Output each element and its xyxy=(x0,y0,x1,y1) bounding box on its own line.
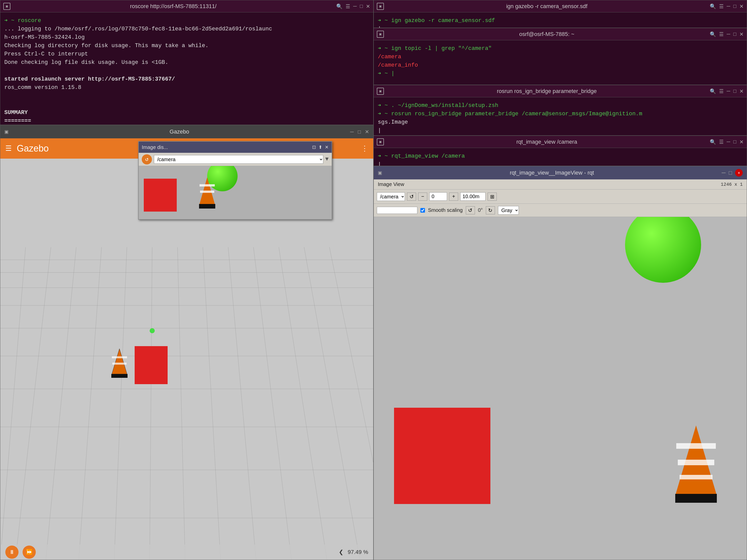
menu-icon[interactable]: ☰ xyxy=(345,3,350,9)
rqt-titlebar-controls[interactable]: ─ □ ✕ xyxy=(722,169,743,177)
rqt-zoom-out-btn[interactable]: − xyxy=(418,193,427,201)
svg-line-10 xyxy=(0,247,26,560)
menu-icon4[interactable]: ☰ xyxy=(719,88,724,94)
panel-expand-icon[interactable]: ⊡ xyxy=(312,144,316,150)
search-icon4[interactable]: 🔍 xyxy=(710,88,716,94)
svg-line-22 xyxy=(329,247,373,462)
gazebo-window-controls[interactable]: ─ □ ✕ xyxy=(350,129,369,135)
rqt-color-mode-select[interactable]: Gray xyxy=(498,206,519,215)
gazebo-titlebar: ▣ Gazebo ─ □ ✕ xyxy=(0,125,373,138)
terminal-icon4: ▣ xyxy=(377,88,384,95)
svg-rect-35 xyxy=(200,184,215,186)
terminal-ign-topic-controls[interactable]: 🔍 ☰ ─ □ ✕ xyxy=(710,31,744,37)
minimize-btn2[interactable]: ─ xyxy=(727,3,730,9)
svg-rect-30 xyxy=(676,443,716,449)
svg-rect-36 xyxy=(200,191,214,193)
panel-image-area xyxy=(139,166,332,219)
gazebo-app-title: Gazebo xyxy=(17,143,49,154)
maximize-btn[interactable]: □ xyxy=(360,3,363,9)
svg-rect-27 xyxy=(112,363,127,365)
terminal-roscore-controls[interactable]: 🔍 ☰ ─ □ ✕ xyxy=(336,3,370,9)
close-btn5[interactable]: ✕ xyxy=(739,139,744,145)
gazebo-maximize-btn[interactable]: □ xyxy=(358,129,361,135)
rqt-zoom-input[interactable] xyxy=(429,192,447,201)
svg-rect-32 xyxy=(679,475,713,479)
terminal-rqt-controls[interactable]: 🔍 ☰ ─ □ ✕ xyxy=(710,139,744,145)
close-btn4[interactable]: ✕ xyxy=(739,88,744,94)
rqt-fit-btn[interactable]: ⊞ xyxy=(488,193,497,201)
more-vert-icon[interactable]: ⋮ xyxy=(361,144,368,153)
terminal-ign-gazebo-controls[interactable]: 🔍 ☰ ─ □ ✕ xyxy=(710,3,744,9)
terminal-bridge: ▣ rosrun ros_ign_bridge parameter_bridge… xyxy=(374,85,747,136)
minimize-btn5[interactable]: ─ xyxy=(727,139,730,145)
rqt-titlebar: ▣ rqt_image_view__ImageView - rqt ─ □ ✕ xyxy=(374,166,747,179)
hamburger-icon[interactable]: ☰ xyxy=(5,144,12,153)
rqt-rotation-label: 0° xyxy=(478,207,483,213)
gazebo-minimize-btn[interactable]: ─ xyxy=(350,129,354,135)
svg-marker-24 xyxy=(112,349,127,374)
terminal-bridge-titlebar: ▣ rosrun ros_ign_bridge parameter_bridge… xyxy=(374,85,747,97)
minimize-btn3[interactable]: ─ xyxy=(727,31,730,37)
terminal-rqt-titlebar: ▣ rqt_image_view /camera 🔍 ☰ ─ □ ✕ xyxy=(374,136,747,148)
terminal-roscore-content: ➔ ~ roscore ... logging to /home/osrf/.r… xyxy=(0,12,373,125)
maximize-btn4[interactable]: □ xyxy=(733,88,736,94)
panel-detach-icon[interactable]: ⬆ xyxy=(318,144,322,150)
rqt-refresh-btn[interactable]: ↺ xyxy=(407,193,416,201)
rqt-image-view-header: Image View 1246 x 1 xyxy=(374,179,747,190)
terminal-bridge-controls[interactable]: 🔍 ☰ ─ □ ✕ xyxy=(710,88,744,94)
panel-red-box xyxy=(144,179,177,212)
close-btn2[interactable]: ✕ xyxy=(739,3,744,9)
svg-line-20 xyxy=(279,247,327,560)
zoom-value: 97.49 % xyxy=(347,549,368,555)
svg-line-15 xyxy=(150,247,152,560)
search-icon3[interactable]: 🔍 xyxy=(710,31,716,37)
gazebo-red-box xyxy=(135,346,168,384)
svg-rect-34 xyxy=(199,204,215,209)
search-icon2[interactable]: 🔍 xyxy=(710,3,716,9)
pause-button[interactable]: ⏸ xyxy=(5,545,19,559)
rqt-reset-btn[interactable]: ↺ xyxy=(466,206,475,214)
svg-line-11 xyxy=(16,247,51,560)
maximize-btn3[interactable]: □ xyxy=(733,31,736,37)
maximize-btn5[interactable]: □ xyxy=(733,139,736,145)
rqt-minimize-btn[interactable]: ─ xyxy=(722,169,726,176)
gazebo-close-btn[interactable]: ✕ xyxy=(365,129,369,135)
terminal-roscore: ▣ roscore http://osrf-MS-7885:11311/ 🔍 ☰… xyxy=(0,0,374,125)
minimize-btn4[interactable]: ─ xyxy=(727,88,730,94)
search-icon5[interactable]: 🔍 xyxy=(710,139,716,145)
svg-line-12 xyxy=(46,247,76,560)
play-controls[interactable]: ⏸ ⏩ xyxy=(5,545,36,559)
panel-close-icon[interactable]: ✕ xyxy=(325,144,329,150)
terminal-ign-topic-title: osrf@osrf-MS-7885: ~ xyxy=(384,31,710,37)
maximize-btn2[interactable]: □ xyxy=(733,3,736,9)
gazebo-bottom-bar: ⏸ ⏩ ❮ 97.49 % xyxy=(0,544,373,560)
smooth-scaling-checkbox[interactable] xyxy=(420,208,425,213)
close-btn3[interactable]: ✕ xyxy=(739,31,744,37)
gazebo-cone1 xyxy=(109,349,130,384)
close-btn[interactable]: ✕ xyxy=(366,3,370,9)
step-button[interactable]: ⏩ xyxy=(23,545,36,559)
gazebo-window-title: Gazebo xyxy=(170,129,189,135)
svg-rect-25 xyxy=(111,374,128,378)
rqt-distance-input[interactable] xyxy=(460,192,486,201)
rqt-maximize-btn[interactable]: □ xyxy=(729,169,732,176)
minimize-btn[interactable]: ─ xyxy=(353,3,357,9)
rqt-window-icon: ▣ xyxy=(378,170,382,176)
menu-icon3[interactable]: ☰ xyxy=(719,31,724,37)
rqt-green-sphere xyxy=(625,217,701,283)
rqt-zoom-in-btn[interactable]: + xyxy=(449,193,458,201)
rqt-topic-select[interactable]: /camera xyxy=(377,192,405,201)
panel-topic-select[interactable]: /camera xyxy=(154,155,323,164)
rqt-search-box[interactable] xyxy=(377,207,417,214)
rqt-close-btn[interactable]: ✕ xyxy=(735,169,743,177)
menu-icon2[interactable]: ☰ xyxy=(719,3,724,9)
panel-dropdown-icon[interactable]: ▼ xyxy=(325,156,329,162)
panel-titlebar: Image dis... ⊡ ⬆ ✕ xyxy=(139,142,332,153)
terminal-ign-topic-content: ➔ ~ ign topic -l | grep "^/camera" /came… xyxy=(374,40,747,85)
rqt-rotate-btn[interactable]: ↻ xyxy=(486,206,495,214)
menu-icon5[interactable]: ☰ xyxy=(719,139,724,145)
panel-refresh-btn[interactable]: ↺ xyxy=(142,154,152,164)
svg-rect-29 xyxy=(675,494,717,503)
search-icon[interactable]: 🔍 xyxy=(336,3,342,9)
panel-controls[interactable]: ⊡ ⬆ ✕ xyxy=(312,144,329,150)
